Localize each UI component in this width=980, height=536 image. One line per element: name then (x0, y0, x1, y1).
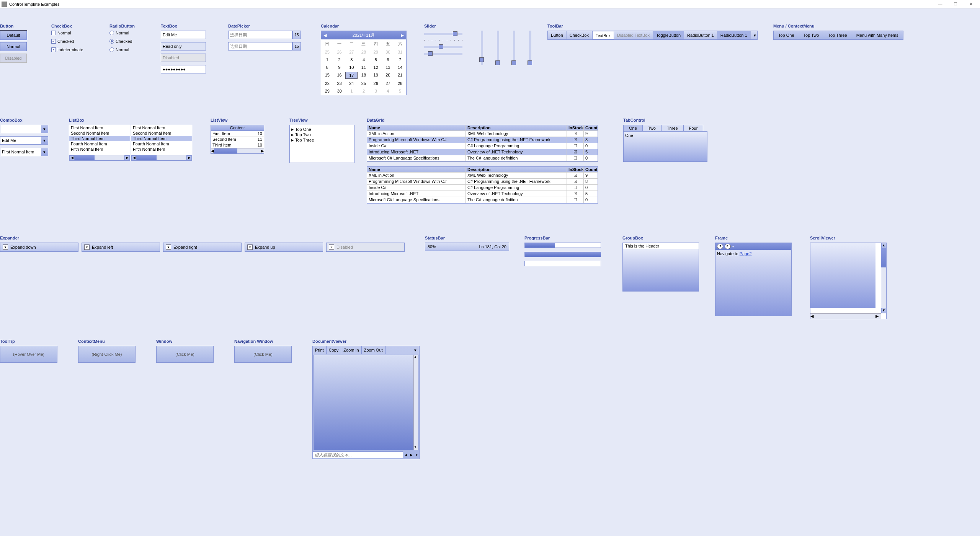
toolbar-togglebutton[interactable]: ToggleButton (653, 31, 684, 39)
scroll-left-button[interactable]: ◀ (211, 148, 214, 153)
calendar-day[interactable]: 29 (321, 88, 333, 94)
close-button[interactable]: ✕ (963, 2, 978, 7)
expander-up[interactable]: ▼Expand up (245, 243, 323, 252)
chevron-down-icon[interactable]: ▾ (732, 245, 734, 248)
calendar-day[interactable]: 26 (370, 80, 382, 86)
table-row[interactable]: XML in ActionXML Web Technology☑9 (367, 131, 598, 137)
chevron-down-icon[interactable]: ▾ (412, 346, 419, 354)
slider-v3[interactable] (513, 31, 515, 65)
calendar-day[interactable]: 17 (345, 72, 358, 79)
calendar-day[interactable]: 30 (382, 49, 394, 55)
calendar-day[interactable]: 22 (321, 80, 333, 86)
dv-zoomin-button[interactable]: Zoom In (341, 346, 361, 354)
calendar-day[interactable]: 1 (321, 57, 333, 63)
menu-item[interactable]: Top Three (823, 31, 851, 39)
toolbar-textbox[interactable]: TextBox (592, 31, 614, 39)
combobox-first[interactable]: First Normal Item▾ (0, 148, 48, 156)
radio-normal2[interactable]: Normal (109, 47, 135, 52)
table-row[interactable]: Programming Microsoft Windows With C#C# … (367, 179, 598, 185)
toolbar-button[interactable]: Button (548, 31, 567, 39)
calendar-day[interactable]: 14 (394, 64, 406, 70)
list-item[interactable]: Third Normal Item (131, 136, 192, 141)
calendar-day[interactable]: 31 (394, 49, 406, 55)
minimize-button[interactable]: — (933, 2, 948, 7)
slider-h1[interactable] (424, 33, 462, 35)
calendar-day[interactable]: 23 (333, 80, 346, 86)
calendar-day[interactable]: 30 (333, 88, 346, 94)
scroll-right-button[interactable]: ▶ (261, 148, 264, 153)
navwindow-button[interactable]: (Click Me) (234, 346, 292, 363)
calendar-day[interactable]: 1 (345, 88, 358, 94)
slider-v1[interactable] (481, 31, 483, 65)
table-row[interactable]: XML in ActionXML Web Technology☑9 (367, 173, 598, 179)
list-item[interactable]: Fifth Normal Item (69, 147, 130, 152)
list-item[interactable]: Fourth Normal Item (69, 141, 130, 147)
calendar-day[interactable]: 4 (382, 88, 394, 94)
table-row[interactable]: Programming Microsoft Windows With C#C# … (367, 137, 598, 143)
maximize-button[interactable]: ☐ (948, 2, 963, 7)
calendar-day[interactable]: 20 (382, 72, 394, 79)
list-item[interactable]: First Normal Item (69, 125, 130, 130)
calendar-prev-icon[interactable]: ◀ (323, 33, 327, 38)
calendar-day[interactable]: 8 (321, 64, 333, 70)
calendar-day[interactable]: 27 (382, 80, 394, 86)
calendar-day[interactable]: 18 (358, 72, 370, 79)
normal-button[interactable]: Normal (0, 42, 27, 51)
table-row[interactable]: Microsoft C# Language SpecificationsThe … (367, 155, 598, 161)
combobox-edit[interactable]: Edit Me▾ (0, 136, 48, 145)
calendar-day[interactable]: 21 (394, 72, 406, 79)
toolbar-radio1[interactable]: RadioButton 1 (684, 31, 717, 39)
contextmenu-button[interactable]: (Right-Click Me) (78, 346, 136, 363)
window-button[interactable]: (Click Me) (156, 346, 214, 363)
dv-find-input[interactable] (313, 451, 403, 458)
datagrid-2[interactable]: NameDescriptionInStockCountXML in Action… (367, 166, 598, 204)
calendar-day[interactable]: 16 (333, 72, 346, 79)
dv-find-next[interactable]: ▶ (408, 453, 414, 457)
datagrid-1[interactable]: NameDescriptionInStockCountXML in Action… (367, 125, 598, 162)
calendar-day[interactable]: 13 (382, 64, 394, 70)
calendar-day[interactable]: 3 (370, 88, 382, 94)
slider-v4[interactable] (529, 31, 531, 65)
calendar-day[interactable]: 4 (358, 57, 370, 63)
listview-row[interactable]: Third Item10 (211, 142, 264, 148)
toolbar-radio2[interactable]: RadioButton 1 (717, 31, 751, 39)
listview-row[interactable]: Second Item11 (211, 137, 264, 142)
calendar-day[interactable]: 5 (370, 57, 382, 63)
calendar-day[interactable]: 27 (345, 49, 358, 55)
calendar-icon[interactable]: 15 (292, 42, 301, 51)
dv-zoomout-button[interactable]: Zoom Out (362, 346, 385, 354)
calendar-day[interactable]: 2 (333, 57, 346, 63)
nav-back-button[interactable]: ◄ (717, 244, 723, 249)
calendar-day[interactable]: 9 (333, 64, 346, 70)
list-item[interactable]: First Normal Item (131, 125, 192, 130)
datepicker-input-1[interactable] (228, 31, 292, 39)
list-item[interactable]: Third Normal Item (69, 136, 130, 141)
calendar-day[interactable]: 5 (394, 88, 406, 94)
expander-right[interactable]: ▼Expand right (163, 243, 242, 252)
listview-control[interactable]: Content First Item10Second Item11Third I… (211, 125, 264, 154)
checkbox-normal[interactable]: Normal (51, 31, 83, 35)
menu-item[interactable]: Menu with Many Items (852, 31, 903, 39)
checkbox-indeterminate[interactable]: ▪Indeterminate (51, 47, 83, 52)
list-item[interactable]: Second Normal Item (69, 130, 130, 136)
calendar-day[interactable]: 15 (321, 72, 333, 79)
calendar-day[interactable]: 2 (358, 88, 370, 94)
calendar-next-icon[interactable]: ▶ (401, 33, 404, 38)
frame-link[interactable]: Page2 (740, 251, 752, 256)
calendar-day[interactable]: 29 (370, 49, 382, 55)
calendar-month[interactable]: 2021年11月 (353, 33, 375, 38)
tab-one[interactable]: One (623, 125, 643, 131)
horizontal-scrollbar[interactable]: ◀ ▶ (810, 313, 881, 319)
list-item[interactable]: Fourth Normal Item (131, 141, 192, 147)
list-item[interactable]: Fifth Normal Item (131, 147, 192, 152)
menu-item[interactable]: Top One (774, 31, 799, 39)
tooltip-button[interactable]: (Hover Over Me) (0, 346, 57, 363)
tree-item[interactable]: ▶Top One (291, 127, 353, 132)
slider-h3[interactable] (424, 53, 462, 55)
toolbar-checkbox[interactable]: CheckBox (567, 31, 592, 39)
table-row[interactable]: Inside C#C# Language Programming☐0 (367, 143, 598, 149)
expander-down[interactable]: ▼Expand down (0, 243, 78, 252)
chevron-down-icon[interactable]: ▾ (41, 125, 48, 133)
tab-four[interactable]: Four (683, 125, 704, 131)
dv-copy-button[interactable]: Copy (327, 346, 341, 354)
